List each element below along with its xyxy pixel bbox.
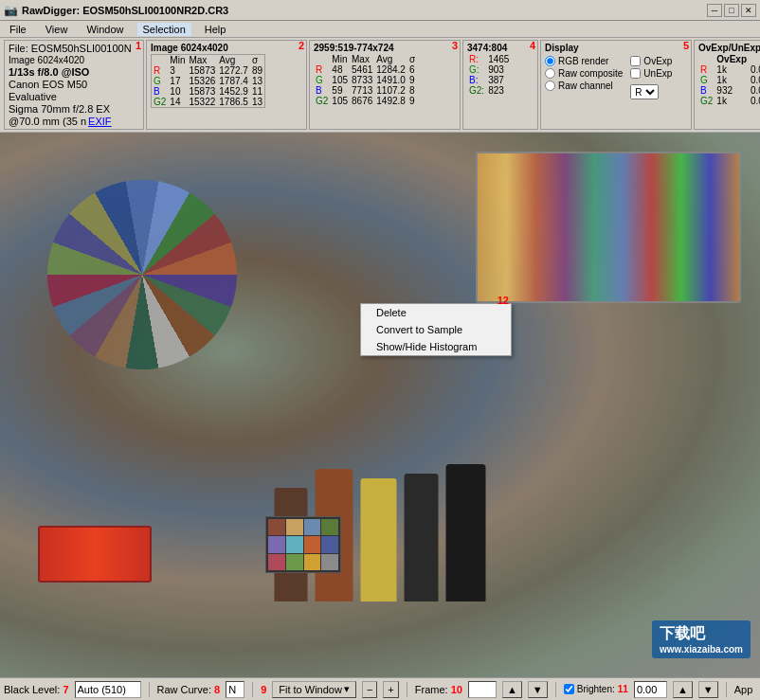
checkbox-unexposed-input[interactable] xyxy=(630,68,641,79)
p2-g-max: 15326 xyxy=(187,76,217,86)
context-menu-delete[interactable]: Delete xyxy=(361,304,511,321)
context-menu-convert[interactable]: Convert to Sample xyxy=(361,321,511,338)
radio-rgb-input[interactable] xyxy=(545,56,555,66)
checkbox-ovexp-input[interactable] xyxy=(630,56,641,66)
app-icon: 📷 xyxy=(4,4,18,17)
ov-g2-channel: G2 xyxy=(698,96,715,106)
exif-link[interactable]: EXIF xyxy=(88,116,111,127)
radio-raw-channel-input[interactable] xyxy=(545,81,555,91)
p4-b-value: 387 xyxy=(486,75,511,85)
menu-file[interactable]: File xyxy=(4,23,32,36)
panel-ovexp-stats: 6 OvExp/UnExp Stats OvExp UnExp R 1k 0.0… xyxy=(694,40,760,130)
table-row: G2 1k 0.0% 73k 1.29 xyxy=(698,96,760,106)
p3-g-avg: 1491.0 xyxy=(374,75,407,85)
title-bar: 📷 RawDigger: EOSM50hSLI00100NR2D.CR3 ─ □… xyxy=(0,0,760,21)
checkbox-ovexp[interactable]: OvExp xyxy=(630,56,672,66)
checkbox-unexposed[interactable]: UnExp xyxy=(630,68,672,79)
ov-g2-ovexp: 1k xyxy=(715,96,749,106)
brighten-down-button[interactable]: ▼ xyxy=(698,681,718,698)
panel2-table: Min Max Avg σ R 3 15873 1272.7 89 G 17 1… xyxy=(151,54,265,108)
frame-down-button[interactable]: ▼ xyxy=(528,681,548,698)
p2-g2-sigma: 13 xyxy=(250,97,265,108)
mode-label: Evaluative xyxy=(9,91,139,102)
fit-to-window-button[interactable]: Fit to Window ▾ xyxy=(272,681,356,698)
panel3-table: Min Max Avg σ R 48 5461 1284.2 6 G 105 8… xyxy=(314,54,417,106)
p3-r-min: 48 xyxy=(330,64,350,75)
table-row: G 1k 0.0% 70k 1.79 xyxy=(698,75,760,85)
menu-help[interactable]: Help xyxy=(199,23,232,36)
shutter-label: 1/13s f/8.0 @ISO xyxy=(9,66,139,78)
zoom-minus-button[interactable]: − xyxy=(362,681,377,698)
radio-raw-composite-label: Raw composite xyxy=(558,68,623,79)
ov-b-ovpct: 0.0% xyxy=(749,85,760,96)
ov-g2-ovpct: 0.0% xyxy=(749,96,760,106)
dropdown-arrow-icon: ▾ xyxy=(344,683,350,695)
p3-g2-min: 105 xyxy=(330,96,350,106)
p3-g2-channel: G2 xyxy=(314,96,330,106)
separator4 xyxy=(555,682,556,697)
maximize-button[interactable]: □ xyxy=(724,4,739,17)
p2-g2-channel: G2 xyxy=(152,97,169,108)
ovexp-table: OvExp UnExp R 1k 0.0% 140k 2.39 G 1k 0.0… xyxy=(698,54,760,106)
table-row: B 932 0.0% 125k 2.19 xyxy=(698,85,760,96)
raw-curve-label: Raw Curve: 8 xyxy=(157,684,221,695)
panel-file-info: 1 File: EOSM50hSLI00100N Image 6024x4020… xyxy=(4,40,144,130)
table-row: G: 903 xyxy=(467,64,511,75)
menu-view[interactable]: View xyxy=(40,23,74,36)
ov-r-ovpct: 0.0% xyxy=(749,64,760,75)
frame-input[interactable] xyxy=(468,681,497,698)
radio-rgb[interactable]: RGB render xyxy=(545,56,623,66)
coords-label: @70.0 mm (35 n xyxy=(9,116,86,127)
panel-image-stats: 2 Image 6024x4020 Min Max Avg σ R 3 1587… xyxy=(146,40,307,130)
panel3-number: 3 xyxy=(452,40,458,51)
table-row: R 3 15873 1272.7 89 xyxy=(152,65,265,76)
brighten-up-button[interactable]: ▲ xyxy=(673,681,693,698)
p3-g2-sigma: 9 xyxy=(407,96,417,106)
p3-r-channel: R xyxy=(314,64,330,75)
black-level-input[interactable] xyxy=(75,681,141,698)
brighten-label: Brighten: xyxy=(577,684,615,694)
frame-up-button[interactable]: ▲ xyxy=(502,681,522,698)
lens-label: Sigma 70mm f/2.8 EX xyxy=(9,103,139,115)
p3-g-min: 105 xyxy=(330,75,350,85)
p2-b-max: 15873 xyxy=(187,86,217,97)
minimize-button[interactable]: ─ xyxy=(707,4,722,17)
p2-g-channel: G xyxy=(152,76,169,86)
raw-curve-input[interactable] xyxy=(226,681,244,698)
panel3-title: 2959:519-774x724 xyxy=(314,43,456,53)
brighten-input[interactable] xyxy=(634,681,667,698)
p3-header-sigma: σ xyxy=(407,54,417,64)
panel4-title: 3474:804 xyxy=(467,43,534,53)
brighten-checkbox[interactable]: Brighten: 11 xyxy=(564,684,628,694)
table-row: R 1k 0.0% 140k 2.39 xyxy=(698,64,760,75)
p2-header-sigma: σ xyxy=(250,55,265,66)
image-area[interactable]: 12 Delete Convert to Sample Show/Hide Hi… xyxy=(0,133,760,677)
panel1-number: 1 xyxy=(136,40,141,51)
p3-g-sigma: 9 xyxy=(407,75,417,85)
display-radio-group: RGB render Raw composite Raw channel xyxy=(545,56,623,99)
radio-raw-channel[interactable]: Raw channel xyxy=(545,81,623,91)
p3-header-avg: Avg xyxy=(374,54,407,64)
table-row: G2: 823 xyxy=(467,85,511,96)
brighten-checkbox-input[interactable] xyxy=(564,684,574,694)
p3-g2-avg: 1492.8 xyxy=(374,96,407,106)
radio-raw-composite[interactable]: Raw composite xyxy=(545,68,623,79)
radio-raw-composite-input[interactable] xyxy=(545,68,555,79)
menu-window[interactable]: Window xyxy=(81,23,129,36)
panel-selection-stats: 3 2959:519-774x724 Min Max Avg σ R 48 54… xyxy=(309,40,461,130)
ov-g-ovexp: 1k xyxy=(715,75,749,85)
p3-r-avg: 1284.2 xyxy=(374,64,407,75)
panel2-number: 2 xyxy=(299,40,304,51)
table-row: G2 105 8676 1492.8 9 xyxy=(314,96,417,106)
context-menu-histogram[interactable]: Show/Hide Histogram xyxy=(361,338,511,355)
radio-raw-channel-label: Raw channel xyxy=(558,81,613,91)
zoom-plus-button[interactable]: + xyxy=(383,681,398,698)
menu-selection[interactable]: Selection xyxy=(137,23,191,36)
p3-header-min: Min xyxy=(330,54,350,64)
window-controls: ─ □ ✕ xyxy=(707,4,756,17)
raw-curve-number: 8 xyxy=(214,684,220,695)
table-row: B 10 15873 1452.9 11 xyxy=(152,86,265,97)
p2-header-min: Min xyxy=(168,55,187,66)
close-button[interactable]: ✕ xyxy=(741,4,756,17)
channel-select[interactable]: R G B G2 xyxy=(630,84,659,99)
